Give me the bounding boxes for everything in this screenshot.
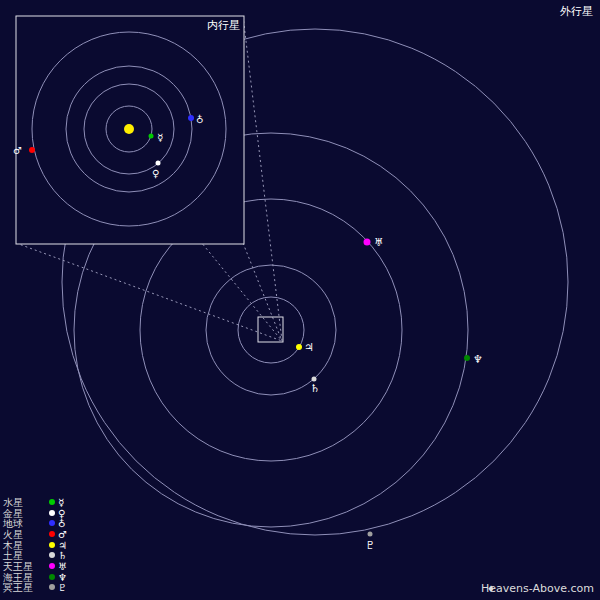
watermark-text: Heavens-Above.com [481, 582, 594, 595]
venus-symbol-label: ♀ [152, 168, 159, 179]
mercury-marker [149, 134, 154, 139]
legend-dot [49, 552, 55, 558]
legend-label: 土星 [2, 550, 23, 561]
uranus-marker [364, 239, 371, 246]
uranus-symbol-label: ♅ [374, 236, 384, 249]
legend-label: 水星 [3, 497, 23, 508]
legend-symbol: ♁ [58, 518, 65, 529]
legend-symbol: ☿ [58, 497, 64, 508]
jupiter-symbol-label: ♃ [304, 341, 314, 354]
mars-symbol-label: ♂ [13, 145, 22, 156]
venus-marker [156, 161, 161, 166]
legend-label: 冥王星 [3, 582, 33, 593]
legend-symbol: ♅ [58, 561, 67, 572]
earth-symbol-label: ♁ [196, 114, 203, 125]
mercury-symbol-label: ☿ [157, 132, 163, 143]
legend-label: 火星 [3, 529, 23, 540]
pluto-symbol-label: ♇ [365, 539, 375, 552]
legend-dot [49, 520, 55, 526]
legend-dot [49, 563, 55, 569]
neptune-symbol-label: ♆ [473, 353, 483, 366]
legend-symbol: ♂ [58, 529, 67, 540]
legend-symbol: ♇ [58, 582, 67, 593]
pluto-marker [368, 532, 373, 537]
inner-planets-inset: ☿ ♀ ♁ ♂ 内行星 [13, 16, 244, 244]
saturn-marker [312, 377, 317, 382]
legend-dot [49, 499, 55, 505]
neptune-marker [464, 355, 470, 361]
legend-dot [49, 542, 55, 548]
jupiter-marker [296, 344, 302, 350]
saturn-symbol-label: ♄ [310, 382, 320, 395]
watermark: ♦ Heavens-Above.com [481, 582, 594, 595]
legend-label: 地球 [2, 518, 23, 529]
mars-marker [29, 147, 35, 153]
outer-planets-title: 外行星 [560, 5, 593, 18]
legend-dot [49, 531, 55, 537]
earth-marker [188, 115, 194, 121]
legend-dot [49, 574, 55, 580]
inner-planets-title: 内行星 [207, 19, 240, 32]
sun-marker [124, 124, 134, 134]
legend-symbol: ♄ [58, 550, 67, 561]
legend-label: 天王星 [3, 561, 33, 572]
legend-dot [49, 584, 55, 590]
solar-system-view: ♃ ♄ ♅ ♆ ♇ 外行星 ☿ ♀ ♁ ♂ 内行星 [0, 0, 600, 600]
solar-system-chart: ♃ ♄ ♅ ♆ ♇ 外行星 ☿ ♀ ♁ ♂ 内行星 [0, 0, 600, 600]
legend-dot [49, 510, 55, 516]
